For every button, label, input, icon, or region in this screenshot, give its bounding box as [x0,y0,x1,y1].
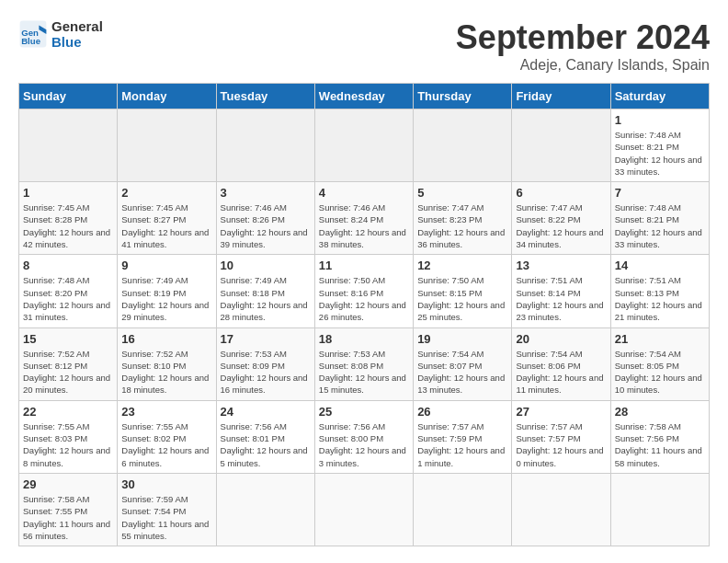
day-info: Sunrise: 7:48 AMSunset: 8:20 PMDaylight:… [23,274,113,323]
header-saturday: Saturday [610,84,709,109]
calendar-cell [414,109,512,182]
calendar-cell [216,109,314,182]
logo-line1: General [51,18,103,34]
day-info: Sunrise: 7:51 AMSunset: 8:14 PMDaylight:… [516,274,606,323]
calendar-week-0: 1Sunrise: 7:48 AMSunset: 8:21 PMDaylight… [19,109,710,182]
calendar-cell: 29Sunrise: 7:58 AMSunset: 7:55 PMDayligh… [19,473,118,546]
title-section: September 2024 Adeje, Canary Islands, Sp… [456,18,710,74]
day-info: Sunrise: 7:55 AMSunset: 8:02 PMDaylight:… [121,420,211,469]
day-info: Sunrise: 7:52 AMSunset: 8:10 PMDaylight:… [121,348,211,396]
day-number: 24 [221,405,311,419]
calendar-cell: 12Sunrise: 7:50 AMSunset: 8:15 PMDayligh… [414,255,512,327]
calendar-cell [314,473,413,546]
page-header: Gen Blue General Blue September 2024 Ade… [18,18,710,74]
header-friday: Friday [512,84,610,109]
calendar-cell: 9Sunrise: 7:49 AMSunset: 8:19 PMDaylight… [118,255,216,327]
day-number: 28 [615,405,705,419]
day-info: Sunrise: 7:56 AMSunset: 8:01 PMDaylight:… [221,420,311,469]
calendar-table: SundayMondayTuesdayWednesdayThursdayFrid… [18,83,710,546]
day-info: Sunrise: 7:57 AMSunset: 7:57 PMDaylight:… [516,420,606,469]
calendar-cell: 16Sunrise: 7:52 AMSunset: 8:10 PMDayligh… [118,327,216,400]
logo-line2: Blue [51,34,103,50]
day-number: 22 [23,405,113,419]
calendar-cell: 19Sunrise: 7:54 AMSunset: 8:07 PMDayligh… [414,327,512,400]
calendar-week-4: 22Sunrise: 7:55 AMSunset: 8:03 PMDayligh… [19,400,710,473]
day-number: 21 [615,332,705,346]
day-info: Sunrise: 7:58 AMSunset: 7:56 PMDaylight:… [615,420,705,469]
day-info: Sunrise: 7:53 AMSunset: 8:09 PMDaylight:… [221,348,311,396]
day-info: Sunrise: 7:48 AMSunset: 8:21 PMDaylight:… [615,201,705,250]
calendar-cell: 27Sunrise: 7:57 AMSunset: 7:57 PMDayligh… [512,400,610,473]
calendar-cell [512,473,610,546]
day-info: Sunrise: 7:50 AMSunset: 8:15 PMDaylight:… [417,274,507,323]
calendar-cell: 30Sunrise: 7:59 AMSunset: 7:54 PMDayligh… [118,473,216,546]
day-info: Sunrise: 7:45 AMSunset: 8:27 PMDaylight:… [121,201,211,250]
day-number: 26 [417,405,507,419]
calendar-week-2: 8Sunrise: 7:48 AMSunset: 8:20 PMDaylight… [19,255,710,327]
day-info: Sunrise: 7:49 AMSunset: 8:18 PMDaylight:… [221,274,311,323]
calendar-cell: 10Sunrise: 7:49 AMSunset: 8:18 PMDayligh… [216,255,314,327]
calendar-cell: 1Sunrise: 7:48 AMSunset: 8:21 PMDaylight… [610,109,709,182]
day-number: 1 [615,113,705,127]
calendar-cell: 22Sunrise: 7:55 AMSunset: 8:03 PMDayligh… [19,400,118,473]
calendar-cell: 25Sunrise: 7:56 AMSunset: 8:00 PMDayligh… [314,400,413,473]
day-number: 8 [23,259,113,272]
day-info: Sunrise: 7:58 AMSunset: 7:55 PMDaylight:… [23,493,113,542]
calendar-week-5: 29Sunrise: 7:58 AMSunset: 7:55 PMDayligh… [19,473,710,546]
day-number: 9 [121,259,211,272]
day-number: 20 [516,332,606,346]
day-number: 2 [121,186,211,200]
calendar-cell: 8Sunrise: 7:48 AMSunset: 8:20 PMDaylight… [19,255,118,327]
day-info: Sunrise: 7:46 AMSunset: 8:24 PMDaylight:… [319,201,409,250]
day-number: 3 [221,186,311,200]
calendar-cell: 13Sunrise: 7:51 AMSunset: 8:14 PMDayligh… [512,255,610,327]
day-number: 16 [121,332,211,346]
svg-text:Blue: Blue [21,36,40,46]
location-subtitle: Adeje, Canary Islands, Spain [456,57,710,74]
day-number: 14 [615,259,705,272]
day-number: 11 [319,259,409,272]
header-thursday: Thursday [414,84,512,109]
calendar-cell: 15Sunrise: 7:52 AMSunset: 8:12 PMDayligh… [19,327,118,400]
calendar-cell [118,109,216,182]
day-number: 7 [615,186,705,200]
day-number: 30 [121,477,211,491]
day-info: Sunrise: 7:55 AMSunset: 8:03 PMDaylight:… [23,420,113,469]
day-number: 27 [516,405,606,419]
calendar-cell: 18Sunrise: 7:53 AMSunset: 8:08 PMDayligh… [314,327,413,400]
calendar-cell: 23Sunrise: 7:55 AMSunset: 8:02 PMDayligh… [118,400,216,473]
day-info: Sunrise: 7:54 AMSunset: 8:07 PMDaylight:… [417,348,507,396]
logo: Gen Blue General Blue [18,18,103,50]
calendar-cell [19,109,118,182]
day-info: Sunrise: 7:47 AMSunset: 8:22 PMDaylight:… [516,201,606,250]
calendar-cell [414,473,512,546]
calendar-cell: 6Sunrise: 7:47 AMSunset: 8:22 PMDaylight… [512,182,610,255]
header-tuesday: Tuesday [216,84,314,109]
day-number: 12 [417,259,507,272]
day-info: Sunrise: 7:56 AMSunset: 8:00 PMDaylight:… [319,420,409,469]
day-number: 29 [23,477,113,491]
calendar-cell: 28Sunrise: 7:58 AMSunset: 7:56 PMDayligh… [610,400,709,473]
day-number: 19 [417,332,507,346]
day-number: 25 [319,405,409,419]
month-title: September 2024 [456,18,710,57]
day-info: Sunrise: 7:53 AMSunset: 8:08 PMDaylight:… [319,348,409,396]
day-number: 4 [319,186,409,200]
day-info: Sunrise: 7:47 AMSunset: 8:23 PMDaylight:… [417,201,507,250]
calendar-cell: 2Sunrise: 7:45 AMSunset: 8:27 PMDaylight… [118,182,216,255]
calendar-cell: 20Sunrise: 7:54 AMSunset: 8:06 PMDayligh… [512,327,610,400]
day-number: 18 [319,332,409,346]
day-info: Sunrise: 7:54 AMSunset: 8:06 PMDaylight:… [516,348,606,396]
day-number: 1 [23,186,113,200]
calendar-cell: 11Sunrise: 7:50 AMSunset: 8:16 PMDayligh… [314,255,413,327]
day-info: Sunrise: 7:45 AMSunset: 8:28 PMDaylight:… [23,201,113,250]
day-info: Sunrise: 7:57 AMSunset: 7:59 PMDaylight:… [417,420,507,469]
calendar-header-row: SundayMondayTuesdayWednesdayThursdayFrid… [19,84,710,109]
calendar-cell [314,109,413,182]
calendar-cell: 17Sunrise: 7:53 AMSunset: 8:09 PMDayligh… [216,327,314,400]
day-info: Sunrise: 7:52 AMSunset: 8:12 PMDaylight:… [23,348,113,396]
header-wednesday: Wednesday [314,84,413,109]
calendar-cell: 4Sunrise: 7:46 AMSunset: 8:24 PMDaylight… [314,182,413,255]
day-number: 23 [121,405,211,419]
day-number: 13 [516,259,606,272]
